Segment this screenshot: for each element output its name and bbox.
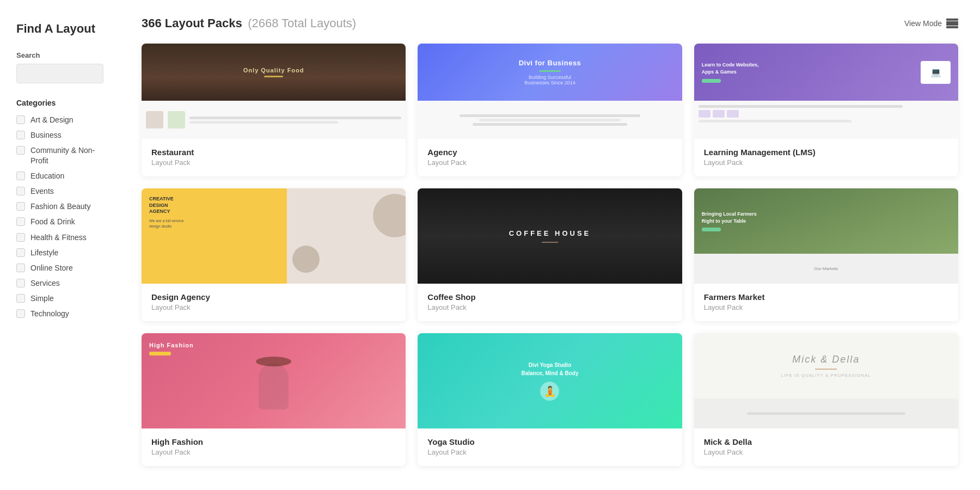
card-type-restaurant: Layout Pack xyxy=(151,158,396,167)
card-type-wedding: Layout Pack xyxy=(704,448,948,456)
card-agency[interactable]: Divi for Business Building SuccessfulBus… xyxy=(418,44,682,176)
card-name-farmers: Farmers Market xyxy=(704,292,948,302)
search-input[interactable] xyxy=(16,64,103,83)
view-mode-icon[interactable] xyxy=(946,19,958,28)
card-info-design-agency: Design Agency Layout Pack xyxy=(142,284,406,321)
layout-count-title: 366 Layout Packs xyxy=(142,16,242,30)
card-yoga[interactable]: Divi Yoga StudioBalance, Mind & Body 🧘 Y… xyxy=(418,333,682,466)
card-name-design-agency: Design Agency xyxy=(151,292,396,302)
category-label-education: Education xyxy=(30,171,64,181)
card-image-lms: Learn to Code Websites,Apps & Games 💻 xyxy=(694,44,958,139)
card-farmers[interactable]: Bringing Local FarmersRight to your Tabl… xyxy=(694,188,958,321)
card-type-agency: Layout Pack xyxy=(427,158,672,167)
sidebar-item-events[interactable]: Events xyxy=(16,186,103,196)
card-type-farmers: Layout Pack xyxy=(704,303,948,311)
card-fashion[interactable]: High Fashion High Fashion Layout Pack xyxy=(142,333,406,466)
card-info-coffee: Coffee Shop Layout Pack xyxy=(418,284,682,321)
category-label-food-drink: Food & Drink xyxy=(30,217,75,226)
view-mode-container: View Mode xyxy=(904,19,958,28)
view-mode-bar-2 xyxy=(946,21,958,23)
category-label-fashion-beauty: Fashion & Beauty xyxy=(30,201,91,211)
card-type-fashion: Layout Pack xyxy=(151,448,396,456)
categories-title: Categories xyxy=(16,99,103,107)
card-info-agency: Agency Layout Pack xyxy=(418,139,682,176)
categories-list: Art & Design Business Community & Non-Pr… xyxy=(16,115,103,319)
sidebar-item-technology[interactable]: Technology xyxy=(16,309,103,318)
category-label-art-design: Art & Design xyxy=(30,115,74,125)
card-name-wedding: Mick & Della xyxy=(704,437,948,446)
card-image-coffee: COFFEE HOUSE xyxy=(418,188,682,284)
checkbox-food-drink[interactable] xyxy=(16,217,25,226)
sidebar-title: Find A Layout xyxy=(16,22,103,36)
view-mode-bar-4 xyxy=(946,26,958,28)
card-wedding[interactable]: Mick & Della LIFE IS QUALITY & PROFESSIO… xyxy=(694,333,958,466)
checkbox-art-design[interactable] xyxy=(16,115,25,124)
card-name-yoga: Yoga Studio xyxy=(427,437,672,446)
checkbox-services[interactable] xyxy=(16,279,25,287)
checkbox-fashion-beauty[interactable] xyxy=(16,202,25,211)
card-name-fashion: High Fashion xyxy=(151,437,396,446)
page-container: Find A Layout Search Categories Art & De… xyxy=(0,0,980,490)
checkbox-events[interactable] xyxy=(16,187,25,195)
card-name-restaurant: Restaurant xyxy=(151,148,396,157)
sidebar-item-education[interactable]: Education xyxy=(16,171,103,181)
card-image-restaurant: Only Quality Food xyxy=(142,44,406,139)
card-info-lms: Learning Management (LMS) Layout Pack xyxy=(694,139,958,176)
sidebar-item-simple[interactable]: Simple xyxy=(16,293,103,303)
checkbox-community[interactable] xyxy=(16,146,25,155)
card-design-agency[interactable]: CREATIVEDESIGNAGENCY We are a full servi… xyxy=(142,188,406,321)
cards-grid: Only Quality Food Restaurant Layou xyxy=(142,44,958,466)
sidebar: Find A Layout Search Categories Art & De… xyxy=(0,0,120,490)
sidebar-item-online-store[interactable]: Online Store xyxy=(16,263,103,273)
main-content: 366 Layout Packs (2668 Total Layouts) Vi… xyxy=(120,0,980,490)
search-label: Search xyxy=(16,51,103,59)
category-label-health-fitness: Health & Fitness xyxy=(30,232,87,242)
category-label-technology: Technology xyxy=(30,309,69,318)
sidebar-item-art-design[interactable]: Art & Design xyxy=(16,115,103,125)
card-type-lms: Layout Pack xyxy=(704,158,948,167)
checkbox-simple[interactable] xyxy=(16,294,25,303)
sidebar-item-fashion-beauty[interactable]: Fashion & Beauty xyxy=(16,201,103,211)
card-info-farmers: Farmers Market Layout Pack xyxy=(694,284,958,321)
sidebar-item-services[interactable]: Services xyxy=(16,278,103,288)
card-coffee[interactable]: COFFEE HOUSE Coffee Shop Layout Pack xyxy=(418,188,682,321)
checkbox-technology[interactable] xyxy=(16,309,25,318)
sidebar-item-lifestyle[interactable]: Lifestyle xyxy=(16,248,103,258)
card-image-design-agency: CREATIVEDESIGNAGENCY We are a full servi… xyxy=(142,188,406,284)
main-header: 366 Layout Packs (2668 Total Layouts) Vi… xyxy=(142,16,958,30)
card-type-coffee: Layout Pack xyxy=(427,303,672,311)
view-mode-bar-1 xyxy=(946,19,958,21)
category-label-services: Services xyxy=(30,278,60,288)
card-name-lms: Learning Management (LMS) xyxy=(704,148,948,157)
checkbox-education[interactable] xyxy=(16,171,25,180)
checkbox-business[interactable] xyxy=(16,131,25,139)
checkbox-online-store[interactable] xyxy=(16,264,25,272)
category-label-lifestyle: Lifestyle xyxy=(30,248,58,258)
card-lms[interactable]: Learn to Code Websites,Apps & Games 💻 xyxy=(694,44,958,176)
category-label-simple: Simple xyxy=(30,293,54,303)
card-image-fashion: High Fashion xyxy=(142,333,406,428)
category-label-online-store: Online Store xyxy=(30,263,73,273)
sidebar-item-business[interactable]: Business xyxy=(16,130,103,140)
view-mode-bar-3 xyxy=(946,23,958,26)
card-name-coffee: Coffee Shop xyxy=(427,292,672,302)
sidebar-item-food-drink[interactable]: Food & Drink xyxy=(16,217,103,226)
card-name-agency: Agency xyxy=(427,148,672,157)
card-info-yoga: Yoga Studio Layout Pack xyxy=(418,428,682,466)
sidebar-item-community[interactable]: Community & Non-Profit xyxy=(16,145,103,165)
category-label-community: Community & Non-Profit xyxy=(30,145,103,165)
total-layouts: (2668 Total Layouts) xyxy=(248,16,356,30)
layout-count-container: 366 Layout Packs (2668 Total Layouts) xyxy=(142,16,356,30)
card-type-yoga: Layout Pack xyxy=(427,448,672,456)
card-info-restaurant: Restaurant Layout Pack xyxy=(142,139,406,176)
card-type-design-agency: Layout Pack xyxy=(151,303,396,311)
sidebar-item-health-fitness[interactable]: Health & Fitness xyxy=(16,232,103,242)
category-label-business: Business xyxy=(30,130,62,140)
checkbox-health-fitness[interactable] xyxy=(16,233,25,242)
card-restaurant[interactable]: Only Quality Food Restaurant Layou xyxy=(142,44,406,176)
card-image-yoga: Divi Yoga StudioBalance, Mind & Body 🧘 xyxy=(418,333,682,428)
category-label-events: Events xyxy=(30,186,54,196)
checkbox-lifestyle[interactable] xyxy=(16,248,25,257)
card-image-farmers: Bringing Local FarmersRight to your Tabl… xyxy=(694,188,958,284)
card-image-wedding: Mick & Della LIFE IS QUALITY & PROFESSIO… xyxy=(694,333,958,428)
